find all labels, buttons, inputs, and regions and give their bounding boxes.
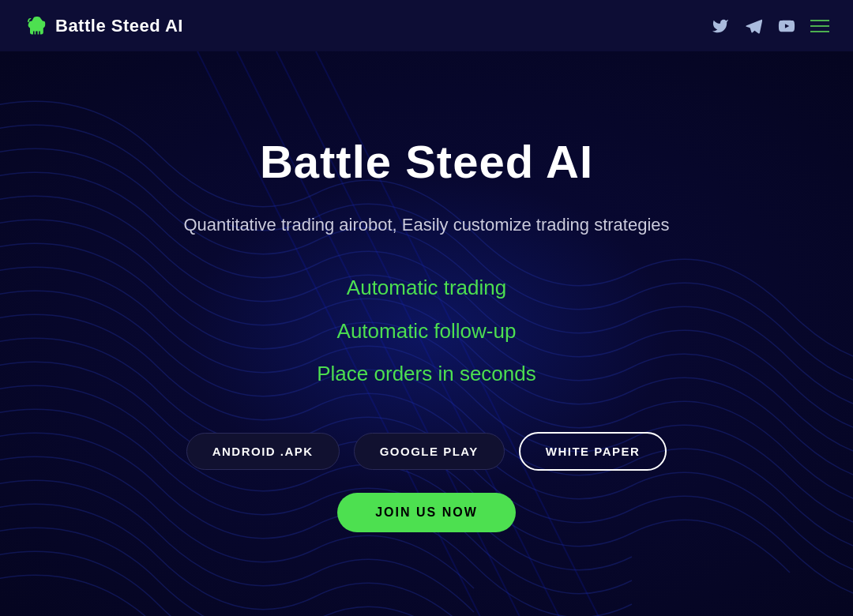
hero-section: Battle Steed AI Quantitative trading air… bbox=[0, 51, 853, 616]
hero-title: Battle Steed AI bbox=[260, 135, 593, 188]
logo-icon bbox=[24, 13, 49, 39]
youtube-icon[interactable] bbox=[777, 17, 796, 36]
telegram-icon[interactable] bbox=[744, 17, 763, 36]
feature-automatic-followup: Automatic follow-up bbox=[337, 313, 517, 350]
google-play-button[interactable]: GOOGLE PLAY bbox=[354, 433, 505, 470]
nav-right bbox=[711, 17, 829, 36]
feature-list: Automatic trading Automatic follow-up Pl… bbox=[317, 269, 535, 393]
hero-subtitle: Quantitative trading airobot, Easily cus… bbox=[183, 212, 669, 238]
white-paper-button[interactable]: WHITE PAPER bbox=[519, 432, 667, 471]
navbar: Battle Steed AI bbox=[0, 0, 853, 51]
hamburger-menu-icon[interactable] bbox=[810, 20, 829, 32]
logo-area[interactable]: Battle Steed AI bbox=[24, 13, 183, 39]
feature-automatic-trading: Automatic trading bbox=[347, 269, 506, 306]
join-us-now-button[interactable]: JOIN US NOW bbox=[337, 493, 516, 532]
logo-text: Battle Steed AI bbox=[55, 16, 183, 36]
android-apk-button[interactable]: ANDROID .APK bbox=[186, 433, 340, 470]
twitter-icon[interactable] bbox=[711, 17, 730, 36]
hero-content: Battle Steed AI Quantitative trading air… bbox=[183, 135, 669, 532]
feature-place-orders: Place orders in seconds bbox=[317, 355, 535, 393]
cta-buttons-row: ANDROID .APK GOOGLE PLAY WHITE PAPER bbox=[186, 432, 667, 471]
